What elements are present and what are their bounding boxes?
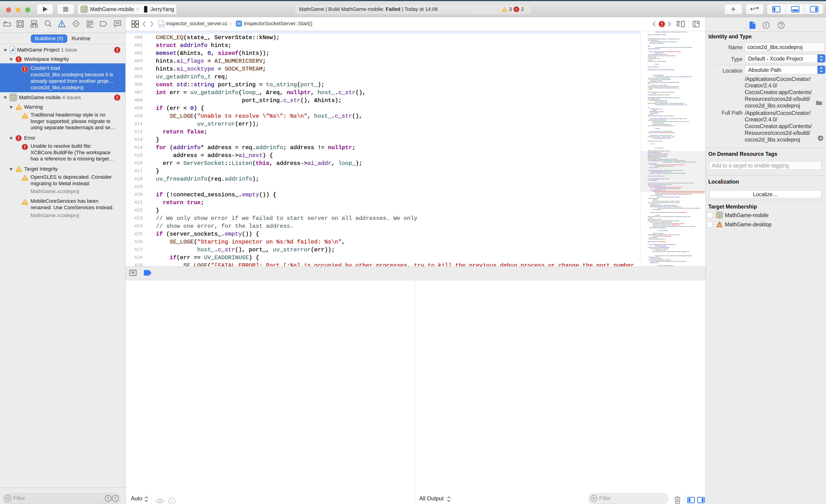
svg-text:8: 8 bbox=[13, 99, 14, 100]
svg-text:5: 5 bbox=[84, 9, 84, 10]
svg-text:6: 6 bbox=[721, 214, 722, 216]
svg-text:2: 2 bbox=[719, 212, 720, 214]
svg-text:4: 4 bbox=[82, 9, 83, 10]
svg-text:3: 3 bbox=[15, 94, 16, 96]
svg-text:9: 9 bbox=[15, 99, 16, 100]
svg-text:5: 5 bbox=[13, 97, 14, 98]
svg-text:4: 4 bbox=[717, 214, 718, 216]
svg-text:9: 9 bbox=[86, 10, 87, 12]
svg-text:9: 9 bbox=[721, 216, 722, 217]
svg-text:1: 1 bbox=[11, 94, 12, 96]
svg-text:6: 6 bbox=[15, 97, 16, 98]
svg-text:1: 1 bbox=[717, 212, 718, 214]
svg-text:1: 1 bbox=[82, 6, 83, 8]
svg-text:3: 3 bbox=[721, 212, 722, 214]
svg-text:7: 7 bbox=[82, 10, 83, 12]
svg-text:3: 3 bbox=[86, 6, 87, 8]
svg-text:8: 8 bbox=[719, 216, 720, 217]
svg-text:4: 4 bbox=[11, 97, 12, 98]
svg-text:6: 6 bbox=[86, 9, 87, 10]
svg-text:8: 8 bbox=[84, 10, 84, 12]
svg-text:!: ! bbox=[516, 7, 517, 12]
svg-text:7: 7 bbox=[717, 216, 718, 217]
svg-text:7: 7 bbox=[11, 99, 12, 100]
svg-text:!: ! bbox=[504, 8, 505, 12]
svg-text:5: 5 bbox=[719, 214, 720, 216]
svg-text:c++: c++ bbox=[159, 23, 164, 27]
svg-text:2: 2 bbox=[13, 94, 14, 96]
svg-text:2: 2 bbox=[84, 6, 84, 8]
